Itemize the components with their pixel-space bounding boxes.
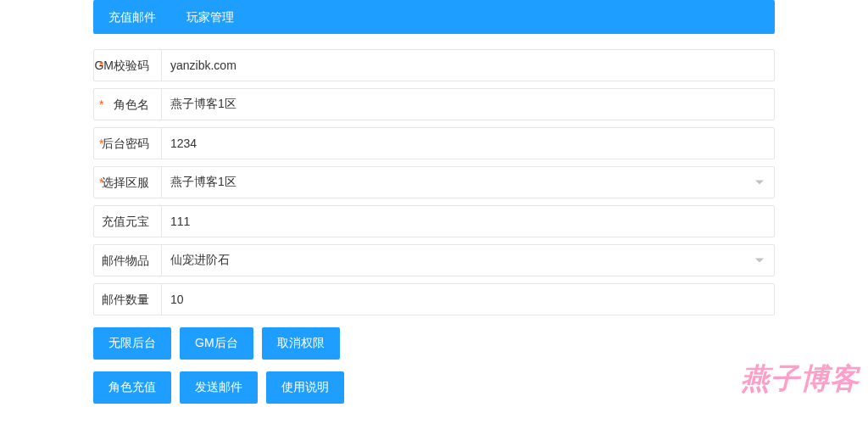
button-row-1: 无限后台 GM后台 取消权限: [93, 327, 775, 360]
server-select[interactable]: 燕子博客1区: [162, 167, 774, 198]
usage-info-button[interactable]: 使用说明: [266, 371, 344, 404]
mail-item-value: 仙宠进阶石: [170, 253, 230, 268]
gm-code-input[interactable]: [170, 59, 765, 72]
input-wrap-recharge-yuanbao: [162, 206, 774, 237]
role-recharge-button[interactable]: 角色充值: [93, 371, 171, 404]
role-name-input[interactable]: [170, 98, 765, 111]
label-mail-item: 邮件物品: [94, 245, 162, 276]
recharge-yuanbao-input[interactable]: [170, 215, 765, 228]
label-role-name: 角色名: [94, 89, 162, 120]
input-wrap-gm-code: [162, 50, 774, 81]
row-role-name: 角色名: [93, 88, 775, 120]
label-server-select: 选择区服: [94, 167, 162, 198]
send-mail-button[interactable]: 发送邮件: [180, 371, 258, 404]
admin-password-input[interactable]: [170, 137, 765, 150]
mail-quantity-input[interactable]: [170, 293, 765, 306]
tab-player-manage[interactable]: 玩家管理: [171, 0, 249, 34]
button-row-2: 角色充值 发送邮件 使用说明: [93, 371, 775, 404]
mail-item-select[interactable]: 仙宠进阶石: [162, 245, 774, 276]
row-mail-item: 邮件物品 仙宠进阶石: [93, 244, 775, 276]
label-mail-quantity: 邮件数量: [94, 284, 162, 315]
row-mail-quantity: 邮件数量: [93, 283, 775, 315]
label-recharge-yuanbao: 充值元宝: [94, 206, 162, 237]
label-gm-code: GM校验码: [94, 50, 162, 81]
row-recharge-yuanbao: 充值元宝: [93, 205, 775, 237]
label-admin-password: 后台密码: [94, 128, 162, 159]
input-wrap-admin-password: [162, 128, 774, 159]
gm-admin-button[interactable]: GM后台: [180, 327, 253, 360]
input-wrap-role-name: [162, 89, 774, 120]
chevron-down-icon: [755, 259, 764, 263]
tabs-bar: 充值邮件 玩家管理: [93, 0, 775, 34]
row-gm-code: GM校验码: [93, 49, 775, 81]
input-wrap-mail-quantity: [162, 284, 774, 315]
tab-recharge-mail[interactable]: 充值邮件: [93, 0, 171, 34]
row-admin-password: 后台密码: [93, 127, 775, 159]
form: GM校验码 角色名 后台密码 选择区服 燕子博客1区 充值元宝: [93, 49, 775, 404]
row-server-select: 选择区服 燕子博客1区: [93, 166, 775, 198]
unlimited-admin-button[interactable]: 无限后台: [93, 327, 171, 360]
cancel-permission-button[interactable]: 取消权限: [262, 327, 340, 360]
server-select-value: 燕子博客1区: [170, 175, 236, 190]
chevron-down-icon: [755, 181, 764, 185]
